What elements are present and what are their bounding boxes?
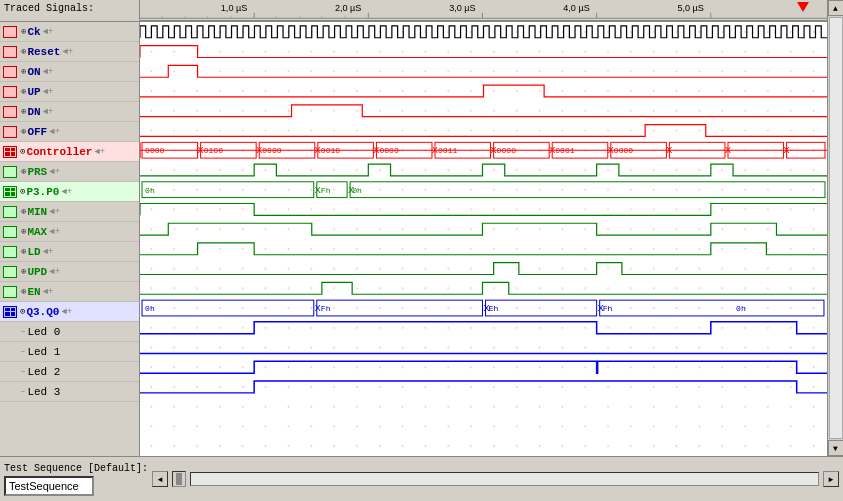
- waveform-canvas[interactable]: 0000 0100 0000 0010 0000 0011 0000 0001 …: [140, 22, 827, 456]
- reset-icon: [2, 45, 18, 59]
- waveform-svg: 0000 0100 0000 0010 0000 0011 0000 0001 …: [140, 22, 827, 456]
- ck-label: Ck: [27, 26, 40, 38]
- signal-row-led3[interactable]: – Led 3: [0, 382, 139, 402]
- right-scrollbar: ▲ ▼: [827, 0, 843, 456]
- signal-row-prs[interactable]: ⊕ PRS ◄+: [0, 162, 139, 182]
- prs-icon: [2, 165, 18, 179]
- off-icon: [2, 125, 18, 139]
- led1-icon: [2, 345, 18, 359]
- dn-icon: [2, 105, 18, 119]
- signal-row-controller[interactable]: ⊙ Controller ◄+: [0, 142, 139, 162]
- min-label: MIN: [27, 206, 47, 218]
- svg-text:0h: 0h: [736, 304, 746, 313]
- traced-signals-label: Traced Signals:: [4, 3, 94, 14]
- svg-text:0000: 0000: [614, 146, 634, 155]
- reset-label: Reset: [27, 46, 60, 58]
- ck-icon: [2, 25, 18, 39]
- led1-label: Led 1: [27, 346, 60, 358]
- time-cursor-arrow: [797, 2, 809, 12]
- min-icon: [2, 205, 18, 219]
- on-label: ON: [27, 66, 40, 78]
- led3-label: Led 3: [27, 386, 60, 398]
- left-header: Traced Signals:: [0, 0, 139, 22]
- signal-row-off[interactable]: ⊕ OFF ◄+: [0, 122, 139, 142]
- svg-text:X: X: [484, 303, 490, 314]
- horizontal-scrollbar[interactable]: [190, 472, 819, 486]
- left-panel: Traced Signals: ⊕ Ck ◄+ ⊕ Reset ◄+: [0, 0, 140, 456]
- svg-text:X: X: [348, 185, 354, 196]
- svg-text:3,0 µS: 3,0 µS: [449, 3, 476, 12]
- upd-icon: [2, 265, 18, 279]
- off-label: OFF: [27, 126, 47, 138]
- led0-icon: [2, 325, 18, 339]
- signal-row-q3q0[interactable]: ⊙ Q3.Q0 ◄+: [0, 302, 139, 322]
- svg-text:X: X: [373, 145, 379, 156]
- up-label: UP: [27, 86, 40, 98]
- time-ruler: 1,0 µS 2,0 µS 3,0 µS 4,0 µS 5,0 µS: [140, 0, 827, 22]
- upd-label: UPD: [27, 266, 47, 278]
- en-label: EN: [27, 286, 40, 298]
- controller-icon: [2, 145, 18, 159]
- test-sequence-input[interactable]: [4, 476, 94, 496]
- signal-row-ld[interactable]: ⊕ LD ◄+: [0, 242, 139, 262]
- max-label: MAX: [27, 226, 47, 238]
- svg-text:X: X: [666, 145, 672, 156]
- scroll-up-button[interactable]: ▲: [828, 0, 844, 16]
- max-icon: [2, 225, 18, 239]
- svg-text:0100: 0100: [204, 146, 224, 155]
- p3p0-label: P3.P0: [26, 186, 59, 198]
- svg-text:5,0 µS: 5,0 µS: [677, 3, 704, 12]
- led2-label: Led 2: [27, 366, 60, 378]
- signal-row-en[interactable]: ⊕ EN ◄+: [0, 282, 139, 302]
- signal-row-max[interactable]: ⊕ MAX ◄+: [0, 222, 139, 242]
- led2-icon: [2, 365, 18, 379]
- on-icon: [2, 65, 18, 79]
- en-icon: [2, 285, 18, 299]
- signal-list: ⊕ Ck ◄+ ⊕ Reset ◄+ ⊕ ON ◄+: [0, 22, 139, 456]
- signal-row-led2[interactable]: – Led 2: [0, 362, 139, 382]
- svg-text:Eh: Eh: [489, 304, 499, 313]
- p3p0-icon: [2, 185, 18, 199]
- svg-text:X: X: [784, 145, 790, 156]
- svg-text:1,0 µS: 1,0 µS: [221, 3, 248, 12]
- controller-label: Controller: [26, 146, 92, 158]
- svg-text:X: X: [315, 303, 321, 314]
- svg-text:X: X: [608, 145, 614, 156]
- svg-text:0011: 0011: [438, 146, 458, 155]
- up-icon: [2, 85, 18, 99]
- prs-label: PRS: [27, 166, 47, 178]
- main-container: Traced Signals: ⊕ Ck ◄+ ⊕ Reset ◄+: [0, 0, 843, 501]
- signal-row-min[interactable]: ⊕ MIN ◄+: [0, 202, 139, 222]
- svg-text:X: X: [432, 145, 438, 156]
- led0-label: Led 0: [27, 326, 60, 338]
- svg-text:0h: 0h: [145, 304, 155, 313]
- svg-text:0000: 0000: [379, 146, 399, 155]
- svg-text:X: X: [256, 145, 262, 156]
- signal-row-on[interactable]: ⊕ ON ◄+: [0, 62, 139, 82]
- ck-waveform: [140, 26, 827, 38]
- svg-text:X: X: [549, 145, 555, 156]
- led3-icon: [2, 385, 18, 399]
- svg-text:X: X: [598, 303, 604, 314]
- signal-row-ck[interactable]: ⊕ Ck ◄+: [0, 22, 139, 42]
- signal-row-upd[interactable]: ⊕ UPD ◄+: [0, 262, 139, 282]
- svg-text:0h: 0h: [145, 186, 155, 195]
- scroll-right-button[interactable]: ►: [823, 471, 839, 487]
- scroll-grip[interactable]: [172, 471, 186, 487]
- scroll-left-button[interactable]: ◄: [152, 471, 168, 487]
- scroll-track-vertical[interactable]: [829, 17, 843, 439]
- signal-row-reset[interactable]: ⊕ Reset ◄+: [0, 42, 139, 62]
- signal-row-led1[interactable]: – Led 1: [0, 342, 139, 362]
- test-sequence-label: Test Sequence [Default]:: [4, 463, 148, 474]
- svg-text:0000: 0000: [145, 146, 165, 155]
- signal-row-up[interactable]: ⊕ UP ◄+: [0, 82, 139, 102]
- right-panel: 1,0 µS 2,0 µS 3,0 µS 4,0 µS 5,0 µS: [140, 0, 827, 456]
- svg-text:Fh: Fh: [321, 304, 331, 313]
- scroll-down-button[interactable]: ▼: [828, 440, 844, 456]
- dn-label: DN: [27, 106, 40, 118]
- signal-row-p3p0[interactable]: ⊙ P3.P0 ◄+: [0, 182, 139, 202]
- signal-row-dn[interactable]: ⊕ DN ◄+: [0, 102, 139, 122]
- svg-text:X: X: [725, 145, 731, 156]
- svg-text:X: X: [198, 145, 204, 156]
- signal-row-led0[interactable]: – Led 0: [0, 322, 139, 342]
